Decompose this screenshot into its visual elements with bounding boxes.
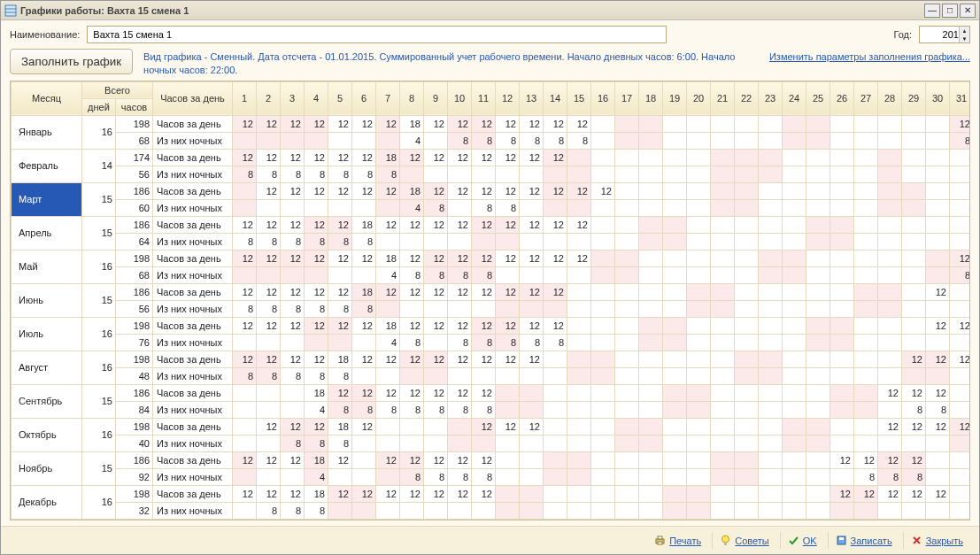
day-cell[interactable] xyxy=(902,283,926,300)
night-cell[interactable] xyxy=(376,435,400,451)
day-cell[interactable] xyxy=(759,216,783,233)
day-cell[interactable]: 18 xyxy=(305,451,328,468)
night-cell[interactable] xyxy=(376,300,400,317)
night-cell[interactable] xyxy=(591,367,615,384)
night-cell[interactable] xyxy=(472,166,496,182)
night-cell[interactable] xyxy=(328,334,352,351)
day-cell[interactable] xyxy=(759,485,783,502)
day-cell[interactable]: 18 xyxy=(328,418,352,435)
day-cell[interactable] xyxy=(759,384,783,401)
day-cell[interactable] xyxy=(806,451,830,468)
day-cell[interactable]: 12 xyxy=(281,182,305,199)
night-cell[interactable] xyxy=(639,233,663,250)
day-cell[interactable]: 12 xyxy=(233,115,257,132)
night-cell[interactable] xyxy=(663,435,687,451)
month-cell[interactable]: Май xyxy=(12,250,82,283)
night-cell[interactable]: 8 xyxy=(233,367,257,384)
night-cell[interactable] xyxy=(567,300,591,317)
night-cell[interactable] xyxy=(448,166,472,182)
night-cell[interactable] xyxy=(902,502,926,519)
day-cell[interactable]: 12 xyxy=(352,418,376,435)
night-cell[interactable]: 8 xyxy=(448,132,472,149)
day-cell[interactable] xyxy=(854,283,878,300)
night-cell[interactable] xyxy=(711,401,735,418)
night-cell[interactable] xyxy=(591,468,615,485)
day-cell[interactable]: 12 xyxy=(376,451,400,468)
night-cell[interactable] xyxy=(854,300,878,317)
day-cell[interactable] xyxy=(591,216,615,233)
night-cell[interactable] xyxy=(926,199,950,216)
day-cell[interactable] xyxy=(591,418,615,435)
night-cell[interactable]: 8 xyxy=(544,334,567,351)
night-cell[interactable] xyxy=(711,166,735,182)
day-cell[interactable] xyxy=(950,182,971,199)
night-cell[interactable] xyxy=(591,166,615,182)
night-cell[interactable] xyxy=(878,132,902,149)
day-cell[interactable]: 12 xyxy=(496,149,520,166)
night-cell[interactable] xyxy=(520,367,544,384)
night-cell[interactable] xyxy=(759,300,783,317)
night-cell[interactable] xyxy=(663,334,687,351)
day-cell[interactable] xyxy=(663,418,687,435)
night-cell[interactable] xyxy=(783,401,806,418)
night-cell[interactable]: 8 xyxy=(902,401,926,418)
month-cell[interactable]: Сентябрь xyxy=(12,384,82,418)
day-cell[interactable]: 12 xyxy=(926,317,950,334)
day-cell[interactable]: 12 xyxy=(448,216,472,233)
day-cell[interactable] xyxy=(424,418,448,435)
edit-params-link[interactable]: Изменить параметры заполнения графика... xyxy=(769,49,970,64)
close-footer-button[interactable]: Закрыть xyxy=(903,532,970,549)
night-cell[interactable]: 8 xyxy=(520,334,544,351)
night-cell[interactable] xyxy=(639,266,663,283)
day-cell[interactable] xyxy=(711,216,735,233)
night-cell[interactable]: 8 xyxy=(305,300,328,317)
day-cell[interactable] xyxy=(639,384,663,401)
month-cell[interactable]: Ноябрь xyxy=(12,451,82,485)
day-cell[interactable] xyxy=(639,317,663,334)
night-cell[interactable] xyxy=(830,199,854,216)
day-cell[interactable]: 12 xyxy=(567,250,591,266)
night-cell[interactable] xyxy=(687,266,711,283)
day-cell[interactable]: 18 xyxy=(328,351,352,367)
night-cell[interactable] xyxy=(735,401,759,418)
day-cell[interactable] xyxy=(615,384,639,401)
night-cell[interactable] xyxy=(711,266,735,283)
day-cell[interactable]: 12 xyxy=(472,250,496,266)
day-cell[interactable]: 18 xyxy=(400,182,424,199)
night-cell[interactable] xyxy=(759,502,783,519)
night-cell[interactable] xyxy=(806,233,830,250)
day-cell[interactable]: 12 xyxy=(281,149,305,166)
day-cell[interactable] xyxy=(783,351,806,367)
day-cell[interactable] xyxy=(567,317,591,334)
night-cell[interactable] xyxy=(496,401,520,418)
day-cell[interactable] xyxy=(591,283,615,300)
day-cell[interactable] xyxy=(759,250,783,266)
night-cell[interactable] xyxy=(424,367,448,384)
night-cell[interactable] xyxy=(735,435,759,451)
day-cell[interactable]: 12 xyxy=(878,485,902,502)
night-cell[interactable] xyxy=(257,435,281,451)
night-cell[interactable] xyxy=(281,468,305,485)
ok-button[interactable]: OK xyxy=(780,532,824,549)
night-cell[interactable] xyxy=(233,502,257,519)
day-cell[interactable] xyxy=(711,115,735,132)
day-cell[interactable]: 12 xyxy=(472,317,496,334)
day-cell[interactable] xyxy=(854,115,878,132)
night-cell[interactable] xyxy=(567,367,591,384)
night-cell[interactable]: 4 xyxy=(400,132,424,149)
day-cell[interactable] xyxy=(783,149,806,166)
day-cell[interactable] xyxy=(926,115,950,132)
night-cell[interactable] xyxy=(806,166,830,182)
day-cell[interactable] xyxy=(663,283,687,300)
day-cell[interactable] xyxy=(950,283,971,300)
night-cell[interactable] xyxy=(783,199,806,216)
night-cell[interactable]: 8 xyxy=(257,233,281,250)
night-cell[interactable]: 8 xyxy=(424,199,448,216)
night-cell[interactable]: 8 xyxy=(281,502,305,519)
night-cell[interactable] xyxy=(806,468,830,485)
day-cell[interactable]: 12 xyxy=(520,317,544,334)
day-cell[interactable]: 12 xyxy=(352,384,376,401)
day-cell[interactable]: 12 xyxy=(520,418,544,435)
day-cell[interactable]: 12 xyxy=(305,149,328,166)
day-cell[interactable]: 12 xyxy=(448,283,472,300)
